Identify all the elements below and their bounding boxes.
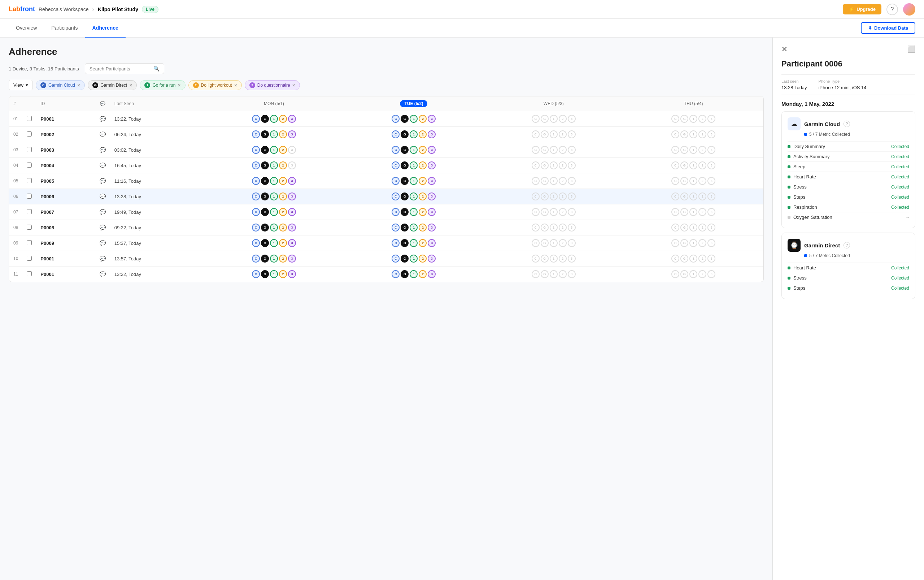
table-row[interactable]: 01 P0001 💬 13:22, Today C G 1 2 3 C G 1 … (9, 111, 763, 127)
table-row[interactable]: 09 P0009 💬 15:37, Today C G 1 2 3 C G 1 … (9, 236, 763, 251)
participant-id-cell[interactable]: P0006 (36, 189, 95, 204)
message-cell[interactable]: 💬 (95, 220, 110, 236)
message-cell[interactable]: 💬 (95, 127, 110, 142)
row-num: 10 (9, 251, 22, 267)
participant-id-cell[interactable]: P0002 (36, 127, 95, 142)
table-row[interactable]: 07 P0007 💬 19:49, Today C G 1 2 3 C G 1 … (9, 204, 763, 220)
row-checkbox[interactable] (27, 194, 32, 199)
table-row[interactable]: 04 P0004 💬 16:45, Today C G 1 2 3 C G 1 … (9, 158, 763, 173)
participant-id-cell[interactable]: P0001 (36, 251, 95, 267)
row-checkbox-cell[interactable] (22, 220, 36, 236)
chip-close-task3[interactable]: × (293, 83, 295, 88)
view-button[interactable]: View ▾ (9, 80, 33, 90)
search-box[interactable]: 🔍 (85, 63, 164, 74)
device-info-icon[interactable]: ? (843, 120, 850, 127)
message-icon[interactable]: 💬 (100, 116, 106, 122)
row-checkbox-cell[interactable] (22, 236, 36, 251)
message-icon[interactable]: 💬 (100, 178, 106, 184)
message-icon[interactable]: 💬 (100, 271, 106, 277)
message-cell[interactable]: 💬 (95, 236, 110, 251)
table-row[interactable]: 11 P0001 💬 13:22, Today C G 1 2 3 C G 1 … (9, 267, 763, 282)
row-checkbox-cell[interactable] (22, 204, 36, 220)
row-checkbox[interactable] (27, 240, 32, 245)
tab-participants[interactable]: Participants (44, 19, 85, 38)
row-checkbox[interactable] (27, 116, 32, 121)
close-button[interactable]: ✕ (781, 45, 788, 53)
last-seen-cell: 16:45, Today (110, 158, 204, 173)
workspace-name[interactable]: Rebecca's Workspace (39, 7, 89, 12)
row-checkbox[interactable] (27, 256, 32, 261)
message-cell[interactable]: 💬 (95, 111, 110, 127)
chat-icon[interactable]: ⬜ (908, 45, 915, 53)
task2-icon-dim: 2 (559, 146, 567, 154)
message-cell[interactable]: 💬 (95, 267, 110, 282)
chip-close-garmin-direct[interactable]: × (129, 83, 132, 88)
filter-chip-task2[interactable]: 2 Do light workout × (188, 80, 242, 90)
row-checkbox-cell[interactable] (22, 267, 36, 282)
table-row[interactable]: 05 P0005 💬 11:16, Today C G 1 2 3 C G 1 … (9, 173, 763, 189)
row-checkbox[interactable] (27, 271, 32, 276)
message-icon[interactable]: 💬 (100, 163, 106, 168)
table-row[interactable]: 08 P0008 💬 09:22, Today C G 1 2 3 C G 1 … (9, 220, 763, 236)
chip-close-task2[interactable]: × (234, 83, 237, 88)
row-checkbox-cell[interactable] (22, 142, 36, 158)
row-checkbox[interactable] (27, 132, 32, 137)
participant-id-cell[interactable]: P0007 (36, 204, 95, 220)
participant-id-cell[interactable]: P0001 (36, 111, 95, 127)
message-cell[interactable]: 💬 (95, 251, 110, 267)
tab-overview[interactable]: Overview (9, 19, 44, 38)
filter-chip-task1[interactable]: 1 Go for a run × (140, 80, 185, 90)
row-checkbox-cell[interactable] (22, 158, 36, 173)
message-cell[interactable]: 💬 (95, 204, 110, 220)
row-checkbox-cell[interactable] (22, 111, 36, 127)
table-row[interactable]: 06 P0006 💬 13:28, Today C G 1 2 3 C G 1 … (9, 189, 763, 204)
row-checkbox[interactable] (27, 178, 32, 183)
message-icon[interactable]: 💬 (100, 256, 106, 262)
row-num: 06 (9, 189, 22, 204)
message-cell[interactable]: 💬 (95, 158, 110, 173)
message-icon[interactable]: 💬 (100, 240, 106, 246)
message-cell[interactable]: 💬 (95, 142, 110, 158)
filter-chip-garmin-direct[interactable]: G Garmin Direct × (88, 80, 137, 90)
metric-name: Stress (788, 275, 807, 281)
row-checkbox[interactable] (27, 147, 32, 152)
thu-cell: C G 1 2 3 (624, 251, 763, 267)
message-icon[interactable]: 💬 (100, 147, 106, 153)
row-checkbox-cell[interactable] (22, 189, 36, 204)
help-icon[interactable]: ? (886, 3, 898, 15)
row-checkbox[interactable] (27, 225, 32, 230)
row-checkbox[interactable] (27, 209, 32, 214)
participant-id-cell[interactable]: P0004 (36, 158, 95, 173)
table-row[interactable]: 10 P0001 💬 13:57, Today C G 1 2 3 C G 1 … (9, 251, 763, 267)
logo[interactable]: Labfront (9, 5, 35, 13)
upgrade-button[interactable]: Upgrade (843, 4, 881, 15)
row-checkbox[interactable] (27, 163, 32, 168)
device-info-icon[interactable]: ? (843, 242, 850, 249)
cloud-icon-dim: C (671, 130, 679, 138)
filter-chip-garmin-cloud[interactable]: C Garmin Cloud × (36, 80, 85, 90)
message-icon[interactable]: 💬 (100, 209, 106, 215)
message-icon[interactable]: 💬 (100, 225, 106, 231)
chip-close-task1[interactable]: × (178, 83, 181, 88)
study-name[interactable]: Kiipo Pilot Study (98, 7, 138, 12)
message-icon[interactable]: 💬 (100, 132, 106, 137)
download-button[interactable]: ⬇ Download Data (861, 22, 915, 34)
table-row[interactable]: 02 P0002 💬 06:24, Today C G 1 2 3 C G 1 … (9, 127, 763, 142)
participant-id-cell[interactable]: P0009 (36, 236, 95, 251)
tab-adherence[interactable]: Adherence (85, 19, 126, 38)
chip-close-garmin-cloud[interactable]: × (77, 83, 80, 88)
participant-id-cell[interactable]: P0005 (36, 173, 95, 189)
participant-id-cell[interactable]: P0001 (36, 267, 95, 282)
search-input[interactable] (89, 66, 151, 71)
message-icon[interactable]: 💬 (100, 194, 106, 199)
participant-id-cell[interactable]: P0003 (36, 142, 95, 158)
participant-id-cell[interactable]: P0008 (36, 220, 95, 236)
message-cell[interactable]: 💬 (95, 173, 110, 189)
table-row[interactable]: 03 P0003 💬 03:02, Today C G 1 2 3 C G 1 … (9, 142, 763, 158)
filter-chip-task3[interactable]: 3 Do questionnaire × (245, 80, 300, 90)
avatar[interactable] (903, 3, 915, 15)
row-checkbox-cell[interactable] (22, 251, 36, 267)
row-checkbox-cell[interactable] (22, 127, 36, 142)
message-cell[interactable]: 💬 (95, 189, 110, 204)
row-checkbox-cell[interactable] (22, 173, 36, 189)
